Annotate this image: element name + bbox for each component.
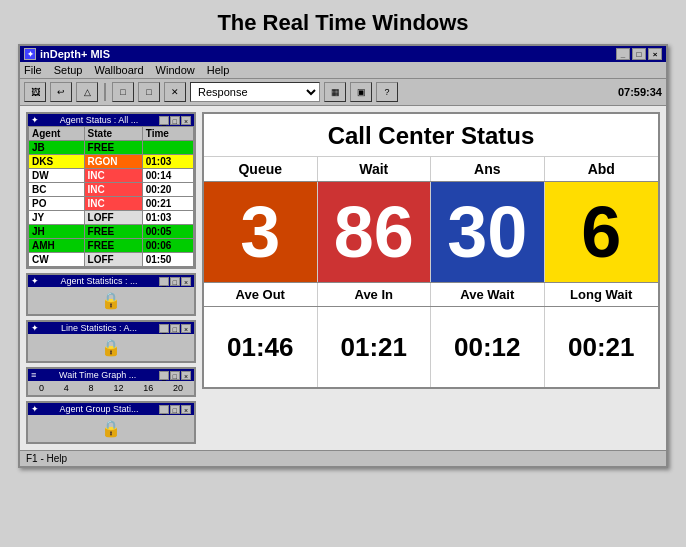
agent-name: JY [29,211,85,225]
line-stats-title-bar: ✦ Line Statistics : A... _ □ × [28,322,194,334]
graph-label-16: 16 [143,383,153,393]
table-row: JYLOFF01:03 [29,211,194,225]
stats-header-row: Queue Wait Ans Abd [204,157,658,182]
agent-name: DW [29,169,85,183]
status-bar: F1 - Help [20,450,666,466]
table-row: CWLOFF01:50 [29,253,194,267]
window-controls: _ □ × [616,48,662,60]
toolbar-btn-4[interactable]: □ [112,82,134,102]
toolbar-btn-6[interactable]: ✕ [164,82,186,102]
toolbar-btn-2[interactable]: ↩ [50,82,72,102]
agent-time: 00:20 [142,183,193,197]
call-center-box: Call Center Status Queue Wait Ans Abd 3 … [202,112,660,389]
toolbar-btn-9[interactable]: ? [376,82,398,102]
agent-group-max[interactable]: □ [170,405,180,414]
agent-table: Agent State Time JBFREEDKSRGON01:03DWINC… [28,126,194,267]
agent-group-title: Agent Group Stati... [59,404,138,414]
agent-time: 00:21 [142,197,193,211]
wait-time-body: 0 4 8 12 16 20 [28,381,194,395]
menu-wallboard[interactable]: Wallboard [94,64,143,76]
line-stats-close[interactable]: × [181,324,191,333]
maximize-button[interactable]: □ [632,48,646,60]
header-ans: Ans [431,157,545,181]
header-queue: Queue [204,157,318,181]
col-state: State [84,127,142,141]
stat-abd: 6 [545,182,659,282]
line-stats-title: Line Statistics : A... [61,323,137,333]
table-row: AMHFREE00:06 [29,239,194,253]
wait-time-window: ≡ Wait Time Graph ... _ □ × 0 4 8 12 16 [26,367,196,397]
agent-stats-min[interactable]: _ [159,277,169,286]
table-row: DWINC00:14 [29,169,194,183]
table-row: POINC00:21 [29,197,194,211]
label-long-wait: Long Wait [545,283,659,306]
menu-bar: File Setup Wallboard Window Help [20,62,666,78]
agent-stats-title-bar: ✦ Agent Statistics : ... _ □ × [28,275,194,287]
right-panel: Call Center Status Queue Wait Ans Abd 3 … [202,112,660,444]
agent-group-title-bar: ✦ Agent Group Stati... _ □ × [28,403,194,415]
wait-time-max[interactable]: □ [170,371,180,380]
wait-time-min[interactable]: _ [159,371,169,380]
toolbar-btn-7[interactable]: ▦ [324,82,346,102]
agent-state: FREE [84,239,142,253]
agent-stats-close[interactable]: × [181,277,191,286]
agent-statistics-window: ✦ Agent Statistics : ... _ □ × 🔒 [26,273,196,316]
toolbar-time: 07:59:34 [618,86,662,98]
graph-label-8: 8 [89,383,94,393]
agent-time: 00:05 [142,225,193,239]
page-title: The Real Time Windows [217,10,468,36]
agent-state: INC [84,169,142,183]
menu-file[interactable]: File [24,64,42,76]
toolbar-btn-5[interactable]: □ [138,82,160,102]
lock-icon-2: 🔒 [101,338,121,357]
toolbar-btn-3[interactable]: △ [76,82,98,102]
graph-labels: 0 4 8 12 16 20 [32,383,190,393]
time-ave-in: 01:21 [318,307,432,387]
agent-status-max[interactable]: □ [170,116,180,125]
line-statistics-window: ✦ Line Statistics : A... _ □ × 🔒 [26,320,196,363]
stat-queue: 3 [204,182,318,282]
table-row: DKSRGON01:03 [29,155,194,169]
agent-time: 00:14 [142,169,193,183]
menu-setup[interactable]: Setup [54,64,83,76]
minimize-button[interactable]: _ [616,48,630,60]
line-stats-min[interactable]: _ [159,324,169,333]
agent-stats-max[interactable]: □ [170,277,180,286]
agent-state: FREE [84,141,142,155]
wait-time-close[interactable]: × [181,371,191,380]
col-agent: Agent [29,127,85,141]
menu-help[interactable]: Help [207,64,230,76]
agent-status-close[interactable]: × [181,116,191,125]
agent-group-window: ✦ Agent Group Stati... _ □ × 🔒 [26,401,196,444]
toolbar-btn-8[interactable]: ▣ [350,82,372,102]
stat-wait: 86 [318,182,432,282]
status-text: F1 - Help [26,453,67,464]
label-ave-wait: Ave Wait [431,283,545,306]
call-center-title: Call Center Status [204,114,658,157]
agent-status-min[interactable]: _ [159,116,169,125]
agent-time: 01:03 [142,155,193,169]
toolbar-btn-1[interactable]: 🖼 [24,82,46,102]
agent-stats-body: 🔒 [28,287,194,314]
graph-label-12: 12 [113,383,123,393]
line-stats-max[interactable]: □ [170,324,180,333]
header-abd: Abd [545,157,659,181]
stat-ans: 30 [431,182,545,282]
title-bar: ✦ inDepth+ MIS _ □ × [20,46,666,62]
col-time: Time [142,127,193,141]
agent-status-title-bar: ✦ Agent Status : All ... _ □ × [28,114,194,126]
time-ave-out: 01:46 [204,307,318,387]
agent-group-body: 🔒 [28,415,194,442]
agent-group-min[interactable]: _ [159,405,169,414]
menu-window[interactable]: Window [156,64,195,76]
label-ave-out: Ave Out [204,283,318,306]
agent-stats-title-icon: ✦ [31,276,39,286]
agent-time [142,141,193,155]
time-long-wait: 00:21 [545,307,659,387]
graph-label-0: 0 [39,383,44,393]
agent-status-title: Agent Status : All ... [60,115,139,125]
response-dropdown[interactable]: Response [190,82,320,102]
close-button[interactable]: × [648,48,662,60]
wait-time-title-icon: ≡ [31,370,36,380]
agent-group-close[interactable]: × [181,405,191,414]
